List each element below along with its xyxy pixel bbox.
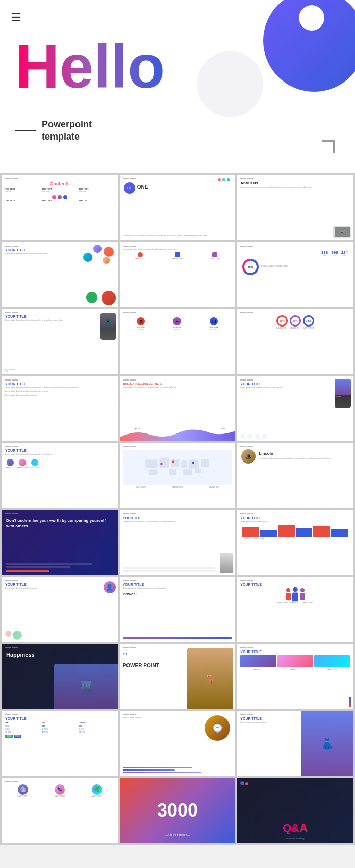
image-27-icon: 👗 xyxy=(301,711,353,776)
qa-text: Q&A xyxy=(237,822,353,835)
icon-circle-3: ❑ xyxy=(210,317,218,326)
bar-line xyxy=(247,513,253,514)
slide-happiness: Happiness 🏙️ xyxy=(2,644,118,709)
dot-blue xyxy=(227,178,230,181)
bar-line xyxy=(12,312,18,313)
pie-chart: 65% xyxy=(242,259,259,275)
blob-purple xyxy=(93,245,102,253)
icon-col-1: ♻ Red Title Red Two xyxy=(137,317,145,331)
avatar-1-icon: 🏛️ xyxy=(18,784,28,795)
slide-title-18: YOUR TITLE xyxy=(240,516,350,520)
qa-dot-2 xyxy=(245,782,248,785)
slide-title-12: YOUR TITLE xyxy=(240,382,350,386)
map-label-2: SAMPLE TEXT xyxy=(172,486,183,489)
person-card-label-3: SAMPLE TEXT xyxy=(92,795,103,797)
image-27: 👗 xyxy=(301,711,353,776)
slide-your-title-icons2: YOUR TITLE Lorem ipsum dolor sit amet lo… xyxy=(2,443,118,508)
icon-2-label: SAMPLE TEXT xyxy=(160,258,195,260)
hero-subtitle: Powerpoint template xyxy=(15,119,92,143)
slide-power: YOUR TITLE Success is going that one ste… xyxy=(120,577,236,642)
three-icons: ♻ Red Title Red Two ✦ Red Two Red Two ❑ … xyxy=(123,317,233,331)
world-map-svg xyxy=(128,452,226,483)
bar-line xyxy=(240,178,246,179)
slide-header-bar xyxy=(240,178,350,179)
slide-title-17: YOUR TITLE xyxy=(123,516,233,520)
bar-line xyxy=(247,312,253,313)
stat-label-1: lorem xyxy=(321,255,328,257)
power-bar xyxy=(123,637,233,639)
bar-line xyxy=(5,178,11,179)
slide-body-10c: Lorem ipsum dolor sit amet lorem ipsum xyxy=(5,394,115,397)
about-text: lorem ipsum dolor sit amet consectetur l… xyxy=(240,186,350,189)
pbar-3 xyxy=(123,772,201,773)
photo-label-3: SAMPLE TEXT xyxy=(327,669,338,671)
bar-chart-18 xyxy=(240,523,350,537)
placeholder-title: THIS IS A PLACEHOLDER HERE xyxy=(123,382,233,385)
map-pin-3 xyxy=(160,463,163,466)
svg-rect-8 xyxy=(201,459,210,467)
hero-title: Hello xyxy=(15,36,165,97)
dark-quote-text: Don't undermine your worth by comparing … xyxy=(6,518,114,529)
slide-powerpoint-quote: " POWER POINT 🦌 xyxy=(120,644,236,710)
hamburger-icon[interactable]: ☰ xyxy=(11,11,21,24)
form-fields-17 xyxy=(123,567,215,572)
wave-label-2: $30.1 xyxy=(221,428,225,430)
bar-line xyxy=(247,714,253,715)
nav-search: Search xyxy=(123,717,129,719)
prog-label-2: SAMPLE TEXT xyxy=(290,327,301,329)
bar-1 xyxy=(242,527,259,537)
hero-medium-circle xyxy=(197,51,263,117)
pbar-1 xyxy=(123,767,193,768)
bar-line xyxy=(240,379,246,381)
svg-rect-12 xyxy=(195,469,201,473)
icon-desc-2: Red Two xyxy=(173,329,181,331)
bar-line xyxy=(247,580,253,581)
icon-13-circle-1 xyxy=(7,459,14,466)
slide-header-bar xyxy=(5,446,115,447)
slide-world-map: SAMPLE TEXT SAMPLE TEXT SAMPLE TEXT xyxy=(120,443,236,508)
search-icon: 🔍 xyxy=(5,369,8,372)
power-subtitle: Power ! xyxy=(123,592,233,596)
slide-title-10: YOUR TITLE xyxy=(5,382,115,386)
icon-1 xyxy=(138,252,143,257)
happiness-image: 🏙️ xyxy=(54,664,118,709)
prog-3: 30% SAMPLE TEXT xyxy=(303,315,314,329)
td-7: 70.39% xyxy=(5,731,41,734)
stat-label-3: lorem xyxy=(341,255,348,257)
people-labels: SAMPLE TEXT SAMPLE TEXT SAMPLE TEXT xyxy=(240,602,350,604)
prog-label-1: SAMPLE TEXT xyxy=(276,327,288,329)
bar-line xyxy=(12,714,18,715)
nav-time: Time xyxy=(130,717,134,719)
blob-red xyxy=(104,247,114,257)
svg-rect-7 xyxy=(189,460,199,469)
stats-numbers: 338lorem 998lorem 224lorem xyxy=(240,248,350,259)
slide-header-bar xyxy=(240,246,350,247)
one-dots xyxy=(218,178,230,181)
slide-body-10b: Lorem ipsum dolor sit amet lorem ipsum d… xyxy=(5,390,115,393)
icon-col-2: ✦ Red Two Red Two xyxy=(173,317,181,331)
phone-mockup-7: 📱 xyxy=(100,313,116,340)
photo-2 xyxy=(277,655,313,667)
slide-header-bar xyxy=(5,379,115,381)
slide-body-19: Lorem ipsum dolor sit amet lorem ipsum xyxy=(5,587,115,590)
sales-target: —SALES TARGET— xyxy=(120,834,236,837)
phone-screen: 📱 xyxy=(100,313,116,329)
wave-label-1: $20.5k xyxy=(135,428,141,430)
bar-line xyxy=(12,446,18,447)
slide-header-bar xyxy=(5,580,115,581)
dot-1 xyxy=(52,195,56,199)
slide-header-bar xyxy=(123,379,233,381)
form-17 xyxy=(123,567,215,572)
slide-your-title-table: YOUR TITLE Year Time Direction 103 215 3… xyxy=(2,711,118,776)
square-icon-12 xyxy=(247,434,252,439)
map-label-1: SAMPLE TEXT xyxy=(136,486,146,489)
bar-line xyxy=(123,580,129,581)
slide-title-21: YOUR TITLE xyxy=(240,583,350,586)
contents-dots-row xyxy=(5,195,115,199)
icon-col-3: ❑ Red Three Red Three xyxy=(210,317,218,331)
bar-line xyxy=(123,647,129,648)
icon-box-3: SAMPLE TEXT xyxy=(197,252,232,260)
slide-contents: Contents THE TEXTTHE TEXT THE TEXTTHE TE… xyxy=(2,175,118,240)
people-label-1: SAMPLE TEXT xyxy=(277,602,288,604)
bar-line xyxy=(240,513,246,514)
